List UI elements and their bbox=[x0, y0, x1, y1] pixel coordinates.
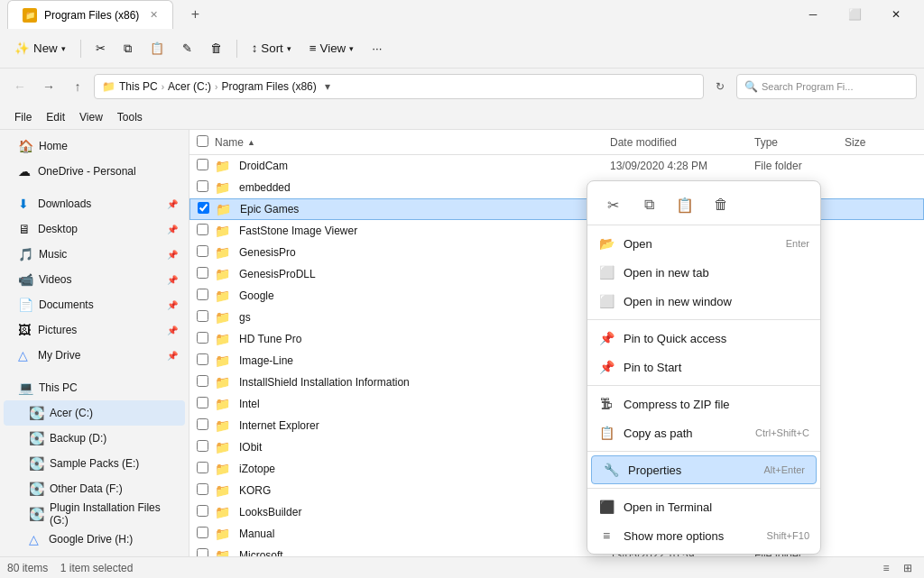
back-button[interactable]: ← bbox=[7, 74, 32, 99]
breadcrumb-current[interactable]: Program Files (x86) bbox=[221, 80, 316, 93]
ctx-copy-button[interactable]: ⧉ bbox=[634, 190, 663, 219]
sidebar-item-pluging[interactable]: 💽 Plugin Installation Files (G:) bbox=[4, 501, 185, 527]
ctx-compress-zip[interactable]: 🗜 Compress to ZIP file bbox=[587, 390, 820, 418]
refresh-button[interactable]: ↻ bbox=[707, 74, 733, 99]
ctx-show-more[interactable]: ≡ Show more options Shift+F10 bbox=[587, 521, 820, 550]
row-checkbox[interactable] bbox=[197, 375, 208, 387]
forward-button[interactable]: → bbox=[36, 74, 61, 99]
sidebar-item-backupd[interactable]: 💽 Backup (D:) bbox=[4, 426, 185, 451]
row-checkbox[interactable] bbox=[197, 310, 208, 322]
row-checkbox[interactable] bbox=[197, 332, 208, 344]
breadcrumb-thispc[interactable]: This PC bbox=[119, 80, 158, 93]
sidebar-item-music[interactable]: 🎵 Music 📌 bbox=[4, 242, 185, 267]
header-size[interactable]: Size bbox=[845, 136, 917, 149]
row-checkbox[interactable] bbox=[197, 418, 208, 430]
tab-close[interactable]: ✕ bbox=[150, 9, 158, 21]
menu-file[interactable]: File bbox=[7, 107, 39, 127]
folder-icon: 📁 bbox=[215, 159, 230, 173]
sidebar-item-mydrive[interactable]: △ My Drive 📌 bbox=[4, 343, 185, 368]
sidebar-item-downloads[interactable]: ⬇ Downloads 📌 bbox=[4, 191, 185, 216]
new-tab-button[interactable]: + bbox=[180, 0, 209, 29]
list-view-button[interactable]: ≡ bbox=[877, 559, 895, 577]
row-checkbox[interactable] bbox=[197, 224, 208, 235]
title-bar-left: 📁 Program Files (x86) ✕ + bbox=[7, 0, 209, 29]
row-checkbox[interactable] bbox=[197, 505, 208, 517]
sort-button[interactable]: ↕ Sort ▾ bbox=[245, 34, 299, 63]
view-button[interactable]: ≡ View ▾ bbox=[302, 34, 361, 63]
folder-icon: 📁 bbox=[215, 180, 230, 195]
breadcrumb-bar[interactable]: 📁 This PC › Acer (C:) › Program Files (x… bbox=[94, 74, 704, 99]
ctx-cut-button[interactable]: ✂ bbox=[598, 190, 627, 219]
breadcrumb-drive[interactable]: Acer (C:) bbox=[168, 80, 211, 93]
menu-edit[interactable]: Edit bbox=[39, 107, 72, 127]
rename-button[interactable]: ✎ bbox=[175, 34, 199, 63]
header-date[interactable]: Date modified bbox=[610, 136, 754, 149]
header-check[interactable] bbox=[197, 135, 215, 150]
paste-button[interactable]: 📋 bbox=[143, 34, 171, 63]
header-type[interactable]: Type bbox=[754, 136, 845, 149]
row-checkbox[interactable] bbox=[197, 267, 208, 279]
active-tab[interactable]: 📁 Program Files (x86) ✕ bbox=[7, 0, 173, 29]
row-checkbox[interactable] bbox=[197, 397, 208, 408]
sidebar-item-home[interactable]: 🏠 Home bbox=[4, 133, 185, 159]
ctx-open-new-window[interactable]: ⬜ Open in new window bbox=[587, 287, 820, 316]
search-bar[interactable]: 🔍 Search Program Fi... bbox=[736, 74, 917, 99]
sidebar-item-samplee[interactable]: 💽 Sample Packs (E:) bbox=[4, 451, 185, 476]
pin-icon-downloads: 📌 bbox=[167, 199, 178, 209]
header-name[interactable]: Name ▲ bbox=[215, 136, 610, 149]
sidebar-item-thispc[interactable]: 💻 This PC bbox=[4, 375, 185, 400]
ctx-delete-button[interactable]: 🗑 bbox=[707, 190, 735, 219]
new-chevron: ▾ bbox=[61, 44, 66, 53]
delete-button[interactable]: 🗑 bbox=[203, 34, 229, 63]
copy-button[interactable]: ⧉ bbox=[116, 34, 139, 63]
folder-icon: 📁 bbox=[215, 310, 230, 325]
ctx-open[interactable]: 📂 Open Enter bbox=[587, 229, 820, 258]
bc-sep-2: › bbox=[215, 82, 217, 92]
ctx-pin-quick[interactable]: 📌 Pin to Quick access bbox=[587, 324, 820, 353]
ctx-open-new-tab[interactable]: ⬜ Open in new tab bbox=[587, 258, 820, 287]
sidebar-item-desktop[interactable]: 🖥 Desktop 📌 bbox=[4, 216, 185, 242]
more-button[interactable]: ··· bbox=[365, 34, 389, 63]
ctx-properties[interactable]: 🔧 Properties Alt+Enter bbox=[591, 455, 817, 484]
sidebar-item-otherdataf[interactable]: 💽 Other Data (F:) bbox=[4, 476, 185, 501]
sidebar-item-documents[interactable]: 📄 Documents 📌 bbox=[4, 292, 185, 317]
sidebar-item-videos[interactable]: 📹 Videos 📌 bbox=[4, 267, 185, 292]
menu-view[interactable]: View bbox=[72, 107, 110, 127]
pin-icon-pictures: 📌 bbox=[167, 326, 178, 335]
ctx-pin-start[interactable]: 📌 Pin to Start bbox=[587, 353, 820, 381]
new-button[interactable]: ✨ New ▾ bbox=[7, 34, 73, 63]
menu-tools[interactable]: Tools bbox=[110, 107, 150, 127]
sidebar-item-linux[interactable]: 🐧 Linux bbox=[4, 552, 185, 556]
cut-button[interactable]: ✂ bbox=[88, 34, 113, 63]
row-checkbox[interactable] bbox=[197, 440, 208, 452]
row-checkbox[interactable] bbox=[197, 483, 208, 495]
pin-icon-desktop: 📌 bbox=[167, 225, 178, 234]
row-checkbox[interactable] bbox=[198, 202, 209, 214]
table-row[interactable]: 📁 DroidCam 13/09/2020 4:28 PM File folde… bbox=[189, 155, 924, 177]
minimize-button[interactable]: ─ bbox=[792, 0, 834, 29]
row-checkbox[interactable] bbox=[197, 180, 208, 192]
row-checkbox[interactable] bbox=[197, 548, 208, 556]
row-checkbox[interactable] bbox=[197, 527, 208, 538]
row-checkbox[interactable] bbox=[197, 245, 208, 257]
sidebar-item-acerc[interactable]: 💽 Acer (C:) bbox=[4, 400, 185, 426]
row-checkbox[interactable] bbox=[197, 159, 208, 170]
row-checkbox[interactable] bbox=[197, 462, 208, 473]
ctx-copy-path[interactable]: 📋 Copy as path Ctrl+Shift+C bbox=[587, 418, 820, 447]
sidebar-item-pictures[interactable]: 🖼 Pictures 📌 bbox=[4, 317, 185, 343]
ctx-open-terminal[interactable]: ⬛ Open in Terminal bbox=[587, 492, 820, 521]
close-button[interactable]: ✕ bbox=[875, 0, 917, 29]
file-name: Microsoft bbox=[239, 549, 610, 556]
up-button[interactable]: ↑ bbox=[65, 74, 90, 99]
googleh-icon: △ bbox=[29, 532, 43, 546]
select-all-checkbox[interactable] bbox=[197, 135, 208, 147]
maximize-button[interactable]: ⬜ bbox=[834, 0, 875, 29]
breadcrumb-dropdown[interactable]: ▾ bbox=[320, 79, 335, 94]
sidebar-item-onedrive[interactable]: ☁ OneDrive - Personal bbox=[4, 159, 185, 184]
grid-view-button[interactable]: ⊞ bbox=[899, 559, 917, 577]
row-checkbox[interactable] bbox=[197, 289, 208, 300]
sidebar-item-googleh[interactable]: △ Google Drive (H:) bbox=[4, 527, 185, 552]
ctx-paste-button[interactable]: 📋 bbox=[670, 190, 699, 219]
row-checkbox[interactable] bbox=[197, 353, 208, 365]
ctx-icon-row: ✂ ⧉ 📋 🗑 bbox=[587, 185, 820, 225]
